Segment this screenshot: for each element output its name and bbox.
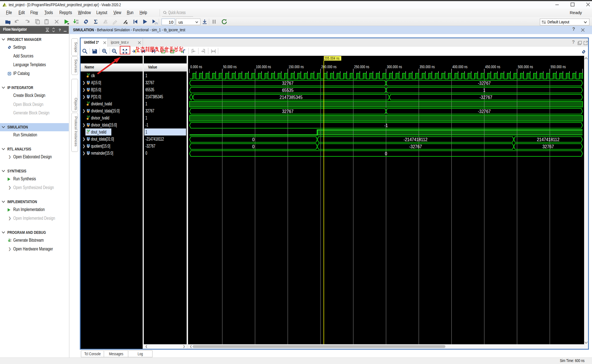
svg-text:10: 10 — [76, 22, 78, 24]
svg-text:50.000 ns: 50.000 ns — [223, 64, 237, 69]
svg-text:32767: 32767 — [282, 81, 293, 86]
svg-text:1: 1 — [483, 88, 485, 93]
svg-text:-32767: -32767 — [478, 109, 491, 114]
svg-text:300.000 ns: 300.000 ns — [387, 64, 402, 69]
svg-text:0: 0 — [252, 144, 255, 149]
svg-text:250.000 ns: 250.000 ns — [354, 64, 369, 69]
svg-text:100.000 ns: 100.000 ns — [256, 64, 271, 69]
svg-text:10: 10 — [10, 240, 11, 242]
svg-text:-1: -1 — [384, 123, 388, 128]
svg-text:?: ? — [59, 28, 61, 32]
svg-text:2147385345: 2147385345 — [280, 95, 302, 100]
svg-text:450.000 ns: 450.000 ns — [485, 64, 500, 69]
svg-text:550.000 ns: 550.000 ns — [551, 64, 566, 69]
svg-text:0.000 ns: 0.000 ns — [190, 64, 202, 69]
svg-text:32767: 32767 — [542, 144, 554, 149]
svg-text:32767: 32767 — [282, 109, 293, 114]
svg-text:65535: 65535 — [282, 88, 293, 93]
svg-text:2147418112: 2147418112 — [537, 137, 559, 142]
svg-text:-32767: -32767 — [480, 95, 492, 100]
svg-text:350.000 ns: 350.000 ns — [420, 64, 435, 69]
svg-text:-2147418112: -2147418112 — [403, 137, 427, 142]
svg-text:0: 0 — [252, 137, 255, 142]
svg-text:(T): (T) — [155, 22, 158, 25]
svg-text:205.004 ns: 205.004 ns — [324, 56, 340, 61]
svg-text:-32767: -32767 — [478, 81, 491, 86]
svg-text:150.000 ns: 150.000 ns — [289, 64, 304, 69]
svg-text:500.000 ns: 500.000 ns — [518, 64, 533, 69]
svg-text:0: 0 — [385, 151, 387, 156]
svg-text:400.000 ns: 400.000 ns — [452, 64, 468, 69]
svg-text:Σ: Σ — [94, 19, 98, 25]
svg-text:-32767: -32767 — [409, 144, 422, 149]
svg-text:01: 01 — [76, 19, 78, 22]
